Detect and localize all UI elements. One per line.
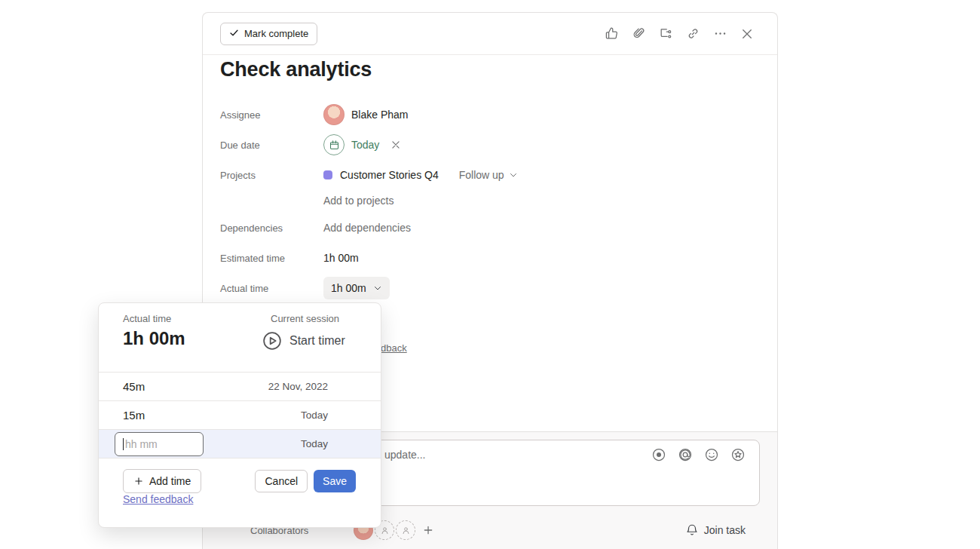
add-to-projects-link[interactable]: Add to projects bbox=[323, 195, 394, 207]
add-time-label: Add time bbox=[149, 475, 191, 487]
mark-complete-label: Mark complete bbox=[244, 28, 308, 39]
mention-icon[interactable] bbox=[678, 447, 693, 462]
due-date-value[interactable]: Today bbox=[351, 139, 379, 151]
time-input-placeholder: hh mm bbox=[125, 438, 158, 450]
bell-icon bbox=[685, 523, 699, 537]
time-entry-date: 22 Nov, 2022 bbox=[268, 381, 328, 392]
popup-current-session-label: Current session bbox=[271, 313, 339, 324]
popup-send-feedback-link[interactable]: Send feedback bbox=[123, 493, 193, 505]
actual-time-button[interactable]: 1h 00m bbox=[323, 277, 390, 299]
popup-actual-time-label: Actual time bbox=[123, 313, 171, 324]
save-button[interactable]: Save bbox=[314, 470, 356, 492]
assignee-name: Blake Pham bbox=[351, 109, 408, 121]
task-title[interactable]: Check analytics bbox=[220, 58, 372, 81]
check-icon bbox=[229, 28, 239, 40]
join-task-label: Join task bbox=[704, 524, 746, 536]
time-entry-row[interactable]: 15m Today bbox=[99, 400, 381, 429]
comment-placeholder: update... bbox=[384, 449, 426, 461]
actual-time-value: 1h 00m bbox=[331, 282, 366, 294]
chevron-down-icon bbox=[373, 284, 382, 293]
cancel-button[interactable]: Cancel bbox=[255, 470, 308, 492]
estimated-time-label: Estimated time bbox=[220, 253, 323, 264]
subtasks-icon[interactable] bbox=[658, 26, 673, 41]
project-name[interactable]: Customer Stories Q4 bbox=[340, 169, 439, 181]
dependencies-label: Dependencies bbox=[220, 222, 323, 234]
assignee-label: Assignee bbox=[220, 109, 323, 121]
text-caret bbox=[123, 438, 124, 450]
play-circle-icon bbox=[262, 330, 283, 351]
project-color-dot bbox=[323, 170, 332, 179]
appreciation-icon[interactable] bbox=[730, 447, 746, 462]
estimated-time-value[interactable]: 1h 00m bbox=[323, 252, 359, 264]
project-section-label: Follow up bbox=[459, 169, 504, 181]
clear-due-date-icon[interactable] bbox=[390, 140, 401, 150]
time-entry-duration: 45m bbox=[123, 380, 145, 393]
paperclip-icon[interactable] bbox=[631, 26, 646, 41]
add-collaborator-icon[interactable] bbox=[422, 524, 434, 536]
close-icon[interactable] bbox=[740, 26, 755, 41]
toolbar-icons bbox=[604, 26, 755, 41]
add-to-projects-row: Add to projects bbox=[220, 192, 748, 210]
task-toolbar: Mark complete bbox=[203, 13, 777, 55]
mark-complete-button[interactable]: Mark complete bbox=[220, 23, 317, 45]
start-timer-button[interactable]: Start timer bbox=[262, 330, 345, 351]
popup-total-time: 1h 00m bbox=[123, 328, 185, 349]
chevron-down-icon bbox=[509, 170, 518, 179]
composer-icons bbox=[651, 447, 746, 462]
more-icon[interactable] bbox=[712, 26, 727, 41]
emoji-icon[interactable] bbox=[704, 447, 719, 462]
new-time-entry-row: hh mm Today bbox=[99, 429, 381, 458]
calendar-icon[interactable] bbox=[323, 134, 345, 155]
new-entry-date[interactable]: Today bbox=[301, 438, 328, 449]
add-time-button[interactable]: Add time bbox=[123, 469, 201, 493]
due-date-label: Due date bbox=[220, 140, 323, 151]
assignee-value[interactable]: Blake Pham bbox=[323, 104, 408, 125]
time-entry-date: Today bbox=[301, 409, 328, 421]
time-input[interactable]: hh mm bbox=[115, 432, 204, 456]
app-background: Mark complete bbox=[0, 0, 980, 549]
due-date-row: Due date Today bbox=[220, 130, 748, 160]
actual-time-popup: Actual time Current session 1h 00m Start… bbox=[98, 302, 381, 528]
start-timer-label: Start timer bbox=[289, 334, 345, 348]
dependencies-row: Dependencies Add dependencies bbox=[220, 213, 748, 243]
record-video-icon[interactable] bbox=[651, 447, 666, 462]
estimated-time-row: Estimated time 1h 00m bbox=[220, 243, 748, 273]
thumbs-up-icon[interactable] bbox=[604, 26, 619, 41]
join-task-button[interactable]: Join task bbox=[681, 523, 750, 538]
actual-time-row: Actual time 1h 00m bbox=[220, 273, 748, 303]
ghost-collaborator-icon[interactable] bbox=[396, 520, 415, 540]
assignee-row: Assignee Blake Pham bbox=[220, 100, 748, 130]
add-dependencies-link[interactable]: Add dependencies bbox=[323, 222, 411, 234]
projects-row: Projects Customer Stories Q4 Follow up bbox=[220, 160, 748, 190]
assignee-avatar bbox=[323, 104, 345, 125]
actual-time-label: Actual time bbox=[220, 283, 323, 294]
projects-label: Projects bbox=[220, 170, 323, 181]
time-entry-row[interactable]: 45m 22 Nov, 2022 bbox=[99, 372, 381, 400]
plus-icon bbox=[133, 476, 144, 486]
project-section-dropdown[interactable]: Follow up bbox=[459, 169, 518, 181]
link-icon[interactable] bbox=[685, 26, 700, 41]
time-entry-duration: 15m bbox=[123, 409, 145, 422]
